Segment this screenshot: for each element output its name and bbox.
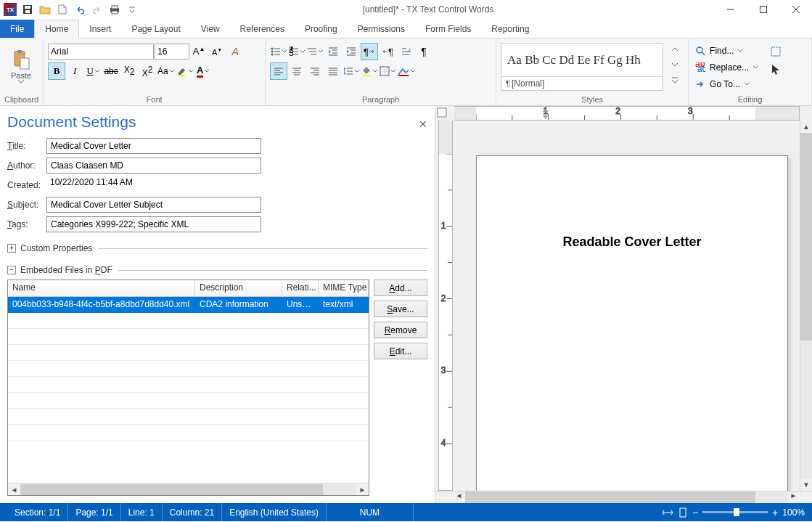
author-field[interactable] [46,158,261,174]
font-size-select[interactable] [155,44,189,60]
vertical-ruler[interactable]: 1 2 3 4 [438,121,453,491]
scroll-left-icon[interactable]: ◄ [8,486,20,494]
vertical-scrollbar[interactable]: ▲ ▼ [800,121,812,491]
font-name-select[interactable] [48,44,154,60]
scroll-right-icon[interactable]: ► [356,486,369,494]
cursor-icon[interactable] [767,61,784,78]
goto-button[interactable]: Go To... [693,76,760,92]
superscript-button[interactable]: X2 [139,62,156,80]
document-canvas[interactable]: Readable Cover Letter [453,121,800,491]
status-num[interactable]: NUM [327,503,414,521]
grow-font-icon[interactable]: A▲ [190,43,208,60]
col-mimetype[interactable]: MIME Type [319,280,369,296]
redo-icon[interactable] [90,2,104,17]
italic-button[interactable]: I [66,62,83,80]
scroll-down-icon[interactable]: ▼ [800,478,812,491]
tab-page-layout[interactable]: Page Layout [121,20,190,38]
undo-icon[interactable] [73,2,87,17]
panel-close-icon[interactable]: ✕ [419,118,427,130]
line-spacing-button[interactable] [343,62,360,80]
zoom-fit-width-icon[interactable] [662,507,673,518]
paste-button[interactable]: Paste [4,43,38,89]
show-marks-button[interactable]: ¶ [415,43,432,60]
table-row[interactable]: 004bb033-b948-4f4c-b5bf-a8dbd7d8dd40.xml… [8,297,369,313]
minimize-button[interactable] [714,0,747,20]
table-row[interactable] [8,313,369,329]
print-icon[interactable] [107,2,122,17]
frame-border-button[interactable] [397,62,416,80]
zoom-percent[interactable]: 100% [782,507,805,518]
tab-view[interactable]: View [191,20,230,38]
table-body[interactable]: 004bb033-b948-4f4c-b5bf-a8dbd7d8dd40.xml… [8,297,369,483]
table-row[interactable] [8,377,369,393]
multilevel-list-button[interactable] [306,43,324,60]
zoom-out-button[interactable]: − [692,507,698,518]
subject-field[interactable] [46,197,261,213]
numbering-button[interactable]: 123 [288,43,305,60]
tab-permissions[interactable]: Permissions [348,20,415,38]
status-line[interactable]: Line: 1 [121,503,163,521]
table-row[interactable] [8,345,369,361]
borders-button[interactable] [379,62,396,80]
col-relationship[interactable]: Relati... [282,280,319,296]
zoom-fit-page-icon[interactable] [678,507,688,518]
tab-file[interactable]: File [0,20,34,38]
underline-button[interactable]: U [84,62,102,80]
tab-proofing[interactable]: Proofing [295,20,348,38]
highlight-button[interactable] [176,62,194,80]
change-case-button[interactable]: Aa [157,62,175,80]
table-row[interactable] [8,425,369,441]
col-description[interactable]: Description [195,280,282,296]
edit-button[interactable]: Edit... [374,343,427,359]
tab-reporting[interactable]: Reporting [481,20,539,38]
save-button[interactable]: Save... [374,301,427,317]
align-right-button[interactable] [306,62,324,80]
scroll-up-icon[interactable]: ▲ [800,121,812,133]
horizontal-ruler[interactable]: 1 2 3 4 [454,106,800,121]
maximize-button[interactable] [747,0,779,20]
shading-button[interactable] [361,62,378,80]
status-page[interactable]: Page: 1/1 [68,503,120,521]
zoom-slider[interactable] [702,511,768,513]
table-h-scrollbar[interactable]: ◄ ► [8,483,369,495]
styles-expand-icon[interactable] [666,73,684,86]
table-row[interactable] [8,393,369,409]
tab-form-fields[interactable]: Form Fields [415,20,481,38]
table-row[interactable] [8,329,369,345]
tab-home[interactable]: Home [34,20,79,38]
bold-button[interactable]: B [48,62,65,80]
scroll-right-icon[interactable]: ► [787,492,800,503]
table-row[interactable] [8,409,369,425]
status-language[interactable]: English (United States) [222,503,327,521]
ltr-button[interactable]: ¶ [361,43,378,60]
open-icon[interactable] [38,2,52,17]
clear-format-icon[interactable]: A [226,43,244,60]
styles-gallery[interactable]: Aa Bb Cc Dd Ee Ff Gg Hh ¶[Normal] [501,43,663,91]
increase-indent-button[interactable] [343,43,360,60]
styles-up-icon[interactable] [666,43,684,56]
subscript-button[interactable]: X2 [120,62,138,80]
status-column[interactable]: Column: 21 [163,503,222,521]
custom-properties-header[interactable]: + Custom Properties [7,243,427,253]
strikethrough-button[interactable]: abc [102,62,120,80]
zoom-in-button[interactable]: + [772,507,778,518]
find-button[interactable]: Find... [693,43,760,59]
status-section[interactable]: Section: 1/1 [7,503,68,521]
replace-button[interactable]: abac Replace... [693,60,760,76]
select-object-icon[interactable] [767,43,784,60]
title-field[interactable] [46,138,261,154]
font-color-button[interactable]: A [194,62,212,80]
qat-dropdown-icon[interactable] [125,2,139,17]
tags-field[interactable] [46,216,261,232]
new-doc-icon[interactable] [55,2,70,17]
bullets-button[interactable] [270,43,287,60]
embedded-files-header[interactable]: − Embedded Files in PDF [7,265,427,275]
align-center-button[interactable] [288,62,305,80]
shrink-font-icon[interactable]: A▼ [208,43,226,60]
tab-references[interactable]: References [230,20,295,38]
col-name[interactable]: Name [8,280,195,296]
table-row[interactable] [8,361,369,377]
remove-button[interactable]: Remove [374,322,427,338]
rtl-button[interactable]: ¶ [379,43,396,60]
styles-down-icon[interactable] [666,58,684,71]
